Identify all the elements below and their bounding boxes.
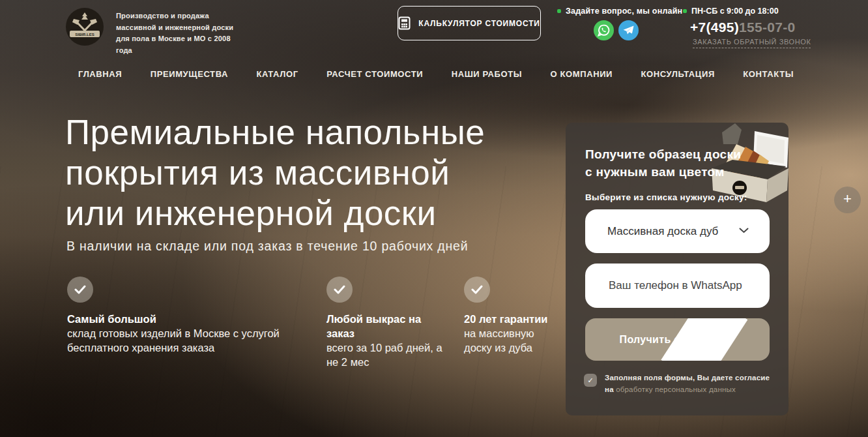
sample-request-form: Получите образец доски с нужным вам цвет…	[566, 123, 788, 415]
whatsapp-button[interactable]	[594, 20, 614, 40]
nav-item-catalog[interactable]: КАТАЛОГ	[256, 69, 298, 79]
check-circle-icon	[326, 277, 353, 303]
arrow-up-right-icon	[724, 334, 735, 345]
hero-subtitle: В наличии на складе или под заказ в тече…	[66, 239, 468, 254]
company-tagline: Производство и продажа массивной и инжен…	[116, 10, 240, 56]
feature-custom-color: Любой выкрас на заказвсего за 10 раб дне…	[326, 277, 442, 369]
phone-number[interactable]: +7(495)155-07-0	[690, 20, 796, 35]
nav-item-consultation[interactable]: КОНСУЛЬТАЦИЯ	[641, 69, 715, 79]
board-select-value: Массивная доска дуб	[607, 225, 718, 238]
nav-item-contacts[interactable]: КОНТАКТЫ	[743, 69, 794, 79]
calculator-icon	[398, 16, 411, 30]
nav-item-about[interactable]: О КОМПАНИИ	[551, 69, 613, 79]
check-circle-icon	[67, 277, 93, 303]
nav-item-advantages[interactable]: ПРЕИМУЩЕСТВА	[151, 69, 228, 79]
consent-row: ✓ Заполняя поля формы, Вы даете согласие…	[584, 372, 772, 396]
logo-icon: SIBIR.LES	[65, 7, 104, 46]
hours-dot-icon	[683, 9, 687, 13]
privacy-policy-link[interactable]: обработку персональных данных	[616, 385, 736, 393]
hero-title: Премиальные напольные покрытия из массив…	[65, 112, 485, 234]
chevron-down-icon	[739, 228, 749, 234]
whatsapp-icon	[594, 20, 614, 40]
logo[interactable]: SIBIR.LES	[65, 7, 104, 46]
nav-item-home[interactable]: ГЛАВНАЯ	[78, 69, 122, 79]
plus-floating-button[interactable]: +	[834, 187, 861, 213]
cost-calculator-button[interactable]: КАЛЬКУЛЯТОР СТОИМОСТИ	[398, 6, 541, 40]
nav-item-our-works[interactable]: НАШИ РАБОТЫ	[452, 69, 522, 79]
check-circle-icon	[464, 277, 490, 303]
feature-list: Самый большойсклад готовых изделий в Мос…	[67, 277, 550, 369]
select-label: Выберите из списка нужную доску:	[585, 192, 747, 202]
online-dot-icon	[557, 9, 561, 13]
phone-prefix: +7(495)	[690, 20, 739, 35]
online-status-label: Задайте вопрос, мы онлайн	[566, 7, 682, 16]
consent-text: Заполняя поля формы, Вы даете согласие н…	[605, 372, 772, 396]
work-hours: ПН-СБ с 9:00 до 18:00	[683, 7, 779, 16]
phone-rest: 155-07-0	[739, 20, 795, 35]
calculator-button-label: КАЛЬКУЛЯТОР СТОИМОСТИ	[418, 19, 540, 28]
board-select[interactable]: Массивная доска дуб	[585, 209, 770, 253]
feature-text: Самый большойсклад готовых изделий в Мос…	[67, 312, 285, 355]
online-status: Задайте вопрос, мы онлайн	[557, 7, 682, 16]
telegram-button[interactable]	[618, 20, 639, 40]
messenger-links	[594, 20, 639, 40]
callback-link[interactable]: ЗАКАЗАТЬ ОБРАТНЫЙ ЗВОНОК	[693, 38, 811, 48]
checkmark-icon: ✓	[587, 376, 593, 385]
plus-icon: +	[843, 190, 852, 207]
telegram-icon	[618, 20, 639, 40]
feature-warranty: 20 лет гарантии на массивную доску из ду…	[464, 277, 550, 355]
svg-text:SIBIR.LES: SIBIR.LES	[75, 33, 94, 37]
feature-text: 20 лет гарантии на массивную доску из ду…	[464, 312, 550, 355]
get-sample-button[interactable]: Получить образец	[585, 318, 770, 361]
whatsapp-phone-input[interactable]	[585, 264, 770, 308]
feature-warehouse: Самый большойсклад готовых изделий в Мос…	[67, 277, 285, 355]
nav-item-cost-calc[interactable]: РАСЧЕТ СТОИМОСТИ	[326, 69, 423, 79]
main-nav: ГЛАВНАЯ ПРЕИМУЩЕСТВА КАТАЛОГ РАСЧЕТ СТОИ…	[78, 69, 794, 79]
work-hours-label: ПН-СБ с 9:00 до 18:00	[691, 7, 779, 16]
form-title: Получите образец доски с нужным вам цвет…	[585, 146, 742, 181]
feature-text: Любой выкрас на заказвсего за 10 раб дне…	[326, 312, 442, 369]
consent-checkbox[interactable]: ✓	[584, 374, 597, 387]
